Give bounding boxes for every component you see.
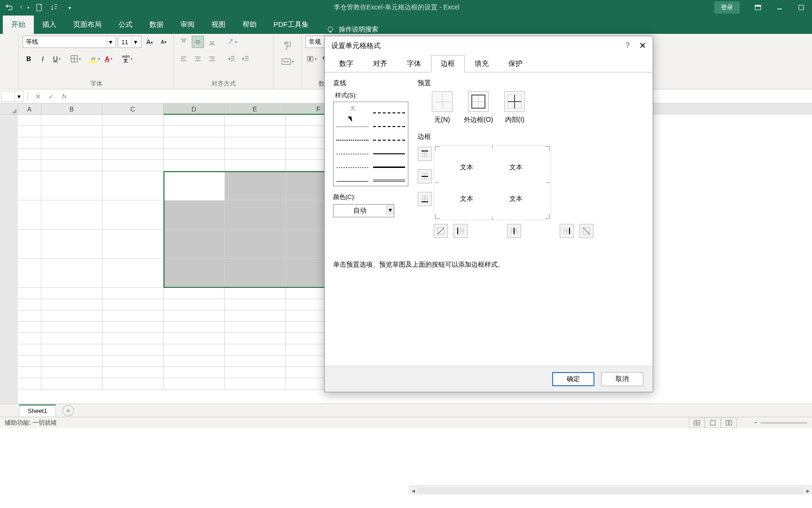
scroll-left-button[interactable]: ◂ (409, 486, 417, 495)
border-horizontal-button[interactable] (418, 169, 432, 183)
undo-button[interactable] (4, 2, 15, 13)
name-box-dropdown[interactable]: ▾ (15, 91, 23, 102)
border-diag-down-button[interactable] (579, 224, 593, 238)
style-dashdotdot[interactable] (373, 132, 405, 141)
italic-button[interactable]: I (37, 53, 49, 65)
col-header-c[interactable]: C (102, 103, 164, 115)
style-dashed[interactable] (336, 146, 368, 154)
zoom-slider[interactable] (760, 422, 807, 424)
phonetic-button[interactable]: wén文▾ (121, 53, 133, 65)
dialog-help-button[interactable]: ? (625, 41, 630, 50)
cancel-formula-button[interactable]: ✕ (31, 91, 45, 102)
border-right-button[interactable] (560, 224, 574, 238)
underline-button[interactable]: U▾ (51, 53, 63, 65)
borders-button[interactable]: ▾ (70, 53, 82, 65)
align-left-button[interactable] (178, 53, 190, 65)
tab-review[interactable]: 审阅 (172, 16, 203, 34)
cancel-button[interactable]: 取消 (601, 372, 643, 386)
increase-indent-button[interactable] (240, 53, 252, 65)
tell-me-search[interactable]: 操作说明搜索 (339, 25, 378, 34)
style-hair[interactable] (336, 119, 368, 127)
font-color-button[interactable]: A▾ (102, 53, 115, 65)
maximize-button[interactable] (790, 0, 812, 15)
page-break-view-button[interactable] (721, 418, 737, 428)
preset-none[interactable]: 无(N) (432, 91, 453, 124)
name-box[interactable]: ▾ (1, 91, 23, 102)
scroll-right-button[interactable]: ▸ (804, 486, 812, 495)
tab-insert[interactable]: 插入 (34, 16, 65, 34)
border-preview[interactable]: 文本 文本 文本 文本 (434, 145, 551, 220)
sheet-tab-1[interactable]: Sheet1 (19, 405, 56, 416)
page-layout-view-button[interactable] (705, 418, 721, 428)
wrap-text-button[interactable]: abc (281, 37, 294, 54)
border-left-button[interactable] (453, 224, 468, 238)
orientation-button[interactable]: ▾ (226, 36, 238, 48)
horizontal-scrollbar[interactable]: ◂ ▸ (409, 485, 812, 495)
dialog-close-button[interactable]: ✕ (639, 40, 646, 51)
font-size-input[interactable] (118, 38, 132, 47)
tab-data[interactable]: 数据 (141, 16, 172, 34)
dialog-tab-number[interactable]: 数字 (329, 55, 363, 72)
col-header-b[interactable]: B (41, 103, 102, 115)
border-color-combo[interactable]: 自动 ▾ (333, 204, 394, 217)
dialog-tab-protection[interactable]: 保护 (499, 55, 532, 72)
decrease-indent-button[interactable] (226, 53, 238, 65)
style-dotted[interactable] (336, 132, 368, 141)
style-dashdot[interactable] (336, 159, 368, 168)
add-sheet-button[interactable]: + (62, 405, 74, 416)
align-bottom-button[interactable] (206, 36, 218, 48)
style-double[interactable] (373, 173, 405, 182)
style-dash-heavy[interactable] (373, 105, 405, 113)
style-thick[interactable] (373, 159, 405, 168)
align-middle-button[interactable] (192, 36, 204, 48)
tab-home[interactable]: 开始 (3, 16, 34, 34)
bold-button[interactable]: B (23, 53, 35, 65)
tab-pdf-tools[interactable]: PDF工具集 (265, 16, 317, 34)
dialog-tab-border[interactable]: 边框 (431, 55, 465, 72)
font-name-combo[interactable]: ▾ (23, 36, 116, 48)
zoom-out-button[interactable]: − (754, 419, 757, 426)
font-size-combo[interactable]: ▾ (118, 36, 141, 48)
border-vertical-button[interactable] (507, 224, 521, 238)
tab-view[interactable]: 视图 (203, 16, 234, 34)
accounting-format-button[interactable]: ¥▾ (305, 53, 318, 65)
align-center-button[interactable] (192, 53, 204, 65)
minimize-button[interactable] (769, 0, 790, 15)
qat-sort-button[interactable] (49, 2, 60, 13)
border-top-button[interactable] (418, 147, 432, 161)
normal-view-button[interactable] (689, 418, 705, 428)
preset-inside[interactable]: 内部(I) (504, 91, 525, 124)
font-name-input[interactable] (23, 38, 107, 47)
dialog-tab-font[interactable]: 字体 (397, 55, 431, 72)
qat-customize[interactable]: ▾ (64, 2, 75, 13)
font-size-dropdown[interactable]: ▾ (132, 37, 139, 47)
align-right-button[interactable] (206, 53, 218, 65)
style-dashdot-med[interactable] (373, 119, 405, 127)
merge-button[interactable]: ▾ (281, 55, 294, 69)
tab-formulas[interactable]: 公式 (110, 16, 141, 34)
redo-button[interactable]: ▾ (19, 2, 30, 13)
border-bottom-button[interactable] (418, 192, 432, 206)
style-thin[interactable] (336, 173, 368, 182)
col-header-e[interactable]: E (225, 103, 286, 115)
select-all-button[interactable] (0, 103, 18, 115)
color-dropdown[interactable]: ▾ (386, 205, 394, 215)
align-top-button[interactable] (178, 36, 190, 48)
decrease-font-button[interactable]: A▾ (157, 36, 170, 48)
insert-function-button[interactable]: fx (58, 91, 71, 102)
ribbon-display-options[interactable] (747, 0, 769, 15)
fill-color-button[interactable]: ▾ (88, 53, 101, 65)
dialog-tab-alignment[interactable]: 对齐 (363, 55, 397, 72)
login-button[interactable]: 登录 (714, 1, 740, 14)
dialog-tab-fill[interactable]: 填充 (465, 55, 499, 72)
tab-page-layout[interactable]: 页面布局 (65, 16, 110, 34)
style-none[interactable]: 无 (336, 105, 368, 113)
border-diag-up-button[interactable] (434, 224, 448, 238)
font-name-dropdown[interactable]: ▾ (107, 37, 114, 47)
enter-formula-button[interactable]: ✓ (45, 91, 58, 102)
tab-help[interactable]: 帮助 (234, 16, 265, 34)
style-medium[interactable] (373, 146, 405, 154)
ok-button[interactable]: 确定 (552, 372, 594, 386)
increase-font-button[interactable]: A▴ (143, 36, 156, 48)
col-header-d[interactable]: D (164, 103, 225, 115)
